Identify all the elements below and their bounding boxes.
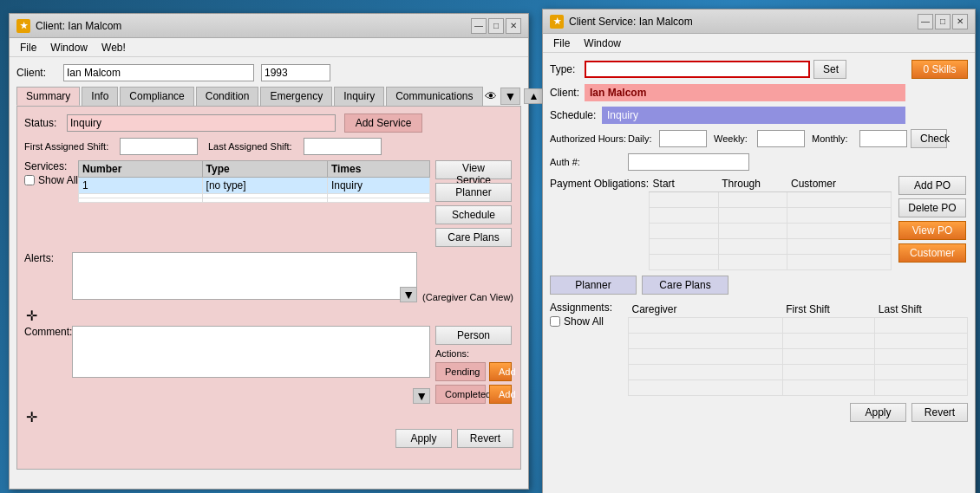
close-btn-2[interactable]: ✕ [952,14,968,29]
completed-row: Completed Add [435,385,513,404]
menu-file-2[interactable]: File [546,36,577,51]
schedule-label: Schedule: [550,109,602,121]
care-plans-button-2[interactable]: Care Plans [642,276,728,295]
down-arrow-icon[interactable]: ▼ [500,88,521,105]
tab-emergency[interactable]: Emergency [260,87,332,106]
move-handle-2[interactable]: ✛ [26,409,37,425]
services-table-area: Number Type Times 1 [no type] Inquiry [78,160,430,247]
maximize-btn-2[interactable]: □ [935,14,951,29]
client-window: ★ Client: Ian Malcom — □ ✕ File Window W… [9,13,529,490]
type-label: Type: [550,63,585,75]
minimize-btn-2[interactable]: — [918,14,933,29]
assignments-table-area: Caregiver First Shift Last Shift [628,302,968,396]
apply-button-2[interactable]: Apply [850,403,906,422]
monthly-input[interactable] [859,130,907,147]
add-pending-button[interactable]: Add [489,362,512,381]
main-tabs: Summary Info Compliance Condition Emerge… [16,87,485,106]
apply-button-1[interactable]: Apply [395,429,452,448]
assign-show-all-checkbox[interactable] [550,316,560,327]
alerts-scroll-down[interactable]: ▼ [400,287,417,302]
customer-button[interactable]: Customer [898,243,966,263]
daily-input[interactable] [659,130,707,147]
move-handle-1[interactable]: ✛ [26,308,37,324]
window-title-1: Client: Ian Malcom [36,20,471,32]
assign-row[interactable] [629,334,968,349]
alerts-textarea[interactable] [72,252,417,300]
col-type: Type [202,161,327,178]
auth-num-input[interactable] [628,153,749,171]
assign-col-caregiver: Caregiver [629,302,783,318]
pay-row[interactable] [650,224,892,239]
pending-row: Pending Add [435,362,513,381]
tab-info[interactable]: Info [82,87,118,106]
client-content: Client: Summary Info Compliance Conditio… [10,57,528,477]
pay-row[interactable] [650,192,892,208]
assign-show-all[interactable]: Show All [550,315,628,328]
menu-file-1[interactable]: File [13,40,43,55]
tab-communications[interactable]: Communications [386,87,482,106]
add-completed-button[interactable]: Add [489,385,512,404]
delete-po-button[interactable]: Delete PO [898,198,966,217]
tab-compliance[interactable]: Compliance [120,87,193,106]
tab-summary[interactable]: Summary [16,87,80,106]
client-year-input[interactable] [261,64,330,81]
auth-num-label: Auth #: [550,157,628,167]
first-shift-label: First Assigned Shift: [24,141,120,152]
add-service-button[interactable]: Add Service [344,114,422,133]
table-row[interactable] [79,198,430,203]
menu-web-1[interactable]: Web! [95,40,133,55]
close-btn-1[interactable]: ✕ [506,18,521,34]
minimize-btn-1[interactable]: — [471,18,487,34]
table-row[interactable]: 1 [no type] Inquiry [79,178,430,194]
pay-row[interactable] [650,239,892,255]
assign-row[interactable] [629,318,968,334]
assign-row[interactable] [629,349,968,365]
planner-button-1[interactable]: Planner [435,183,512,202]
pay-row[interactable] [650,255,892,270]
care-plans-button-1[interactable]: Care Plans [435,228,512,247]
tab-condition[interactable]: Condition [196,87,259,106]
skills-button[interactable]: 0 Skills [911,60,968,79]
client-value: Ian Malcom [590,87,646,99]
client-name-input[interactable] [63,64,254,81]
revert-button-1[interactable]: Revert [457,429,513,448]
tab-inquiry[interactable]: Inquiry [334,87,384,106]
planner-button-2[interactable]: Planner [550,276,637,295]
comment-textarea[interactable] [72,326,430,378]
actions-label: Actions: [435,348,513,359]
up-icon[interactable]: ▲ [524,88,543,104]
type-input[interactable] [585,61,810,78]
weekly-input[interactable] [757,130,805,147]
pending-button[interactable]: Pending [435,362,486,381]
assign-row[interactable] [629,365,968,380]
maximize-btn-1[interactable]: □ [488,18,504,34]
show-all-check[interactable]: Show All [24,174,78,186]
view-po-button[interactable]: View PO [898,221,966,240]
show-all-checkbox[interactable] [24,175,35,185]
title-bar-2: ★ Client Service: Ian Malcom — □ ✕ [543,10,975,34]
shift-row: First Assigned Shift: Last Assigned Shif… [24,138,513,155]
assign-row[interactable] [629,380,968,396]
first-shift-input[interactable] [120,138,198,155]
client-label: Client: [16,67,60,79]
person-button[interactable]: Person [435,326,512,345]
pay-row[interactable] [650,208,892,224]
add-po-button[interactable]: Add PO [898,176,966,195]
view-service-button[interactable]: View Service [435,160,512,179]
assign-show-all-label: Show All [564,315,604,328]
revert-button-2[interactable]: Revert [911,403,968,422]
completed-button[interactable]: Completed [435,385,486,404]
comment-scroll-down[interactable]: ▼ [413,388,430,404]
menu-window-1[interactable]: Window [43,40,95,55]
comment-bottom-row: ✛ [24,409,513,425]
check-button[interactable]: Check [911,129,947,148]
eye-icon[interactable]: 👁 [485,89,497,103]
schedule-button[interactable]: Schedule [435,205,512,224]
pay-col-customer: Customer [787,176,892,192]
title-bar-1: ★ Client: Ian Malcom — □ ✕ [10,14,528,38]
set-button[interactable]: Set [813,60,846,79]
status-input[interactable] [67,114,336,132]
last-shift-input[interactable] [304,138,382,155]
menu-window-2[interactable]: Window [577,36,628,51]
auth-num-row: Auth #: [550,153,968,171]
